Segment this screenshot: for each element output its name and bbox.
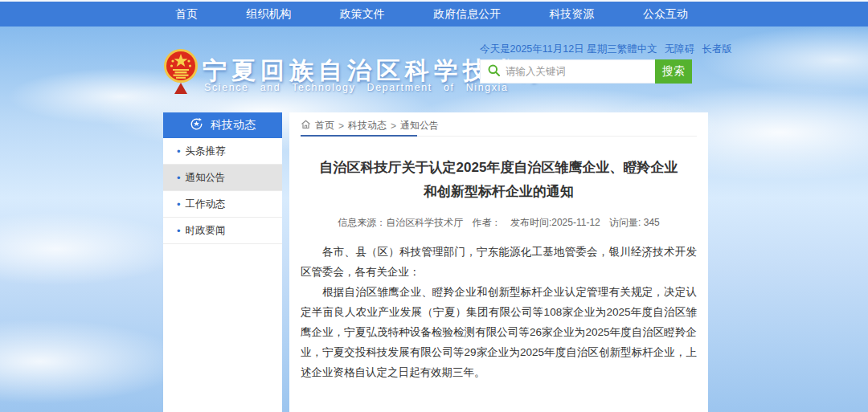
sidebar-item-notices[interactable]: • 通知公告	[163, 165, 282, 191]
sidebar-item-label: 工作动态	[186, 198, 226, 211]
breadcrumb: 首页 > 科技动态 > 通知公告	[301, 112, 697, 132]
sidebar-item-work-updates[interactable]: • 工作动态	[163, 191, 282, 218]
meta-views: 访问量: 345	[609, 217, 660, 228]
top-nav-items: 首页 组织机构 政策文件 政府信息公开 科技资源 公众互动	[170, 2, 693, 27]
sidebar-item-headline-recommend[interactable]: • 头条推荐	[163, 138, 282, 165]
search-button[interactable]: 搜索	[655, 59, 692, 84]
breadcrumb-divider	[301, 135, 697, 137]
header-utility-row: 今天是2025年11月12日 星期三 繁體中文 无障碍 长者版	[480, 43, 702, 56]
meta-source: 信息来源：自治区科学技术厅	[338, 217, 463, 228]
article-body: 各市、县（区）科技管理部门，宁东能源化工基地管委会，银川经济技术开发区管委会，各…	[301, 242, 697, 382]
link-elder-version[interactable]: 长者版	[702, 43, 732, 56]
nav-item-policy-documents[interactable]: 政策文件	[335, 7, 390, 22]
article-title-line2: 和创新型标杆企业的通知	[301, 180, 697, 204]
article-title: 自治区科技厅关于认定2025年度自治区雏鹰企业、瞪羚企业 和创新型标杆企业的通知	[301, 156, 697, 204]
home-icon	[301, 120, 311, 132]
article-title-line1: 自治区科技厅关于认定2025年度自治区雏鹰企业、瞪羚企业	[301, 156, 697, 180]
site-subtitle: Science and Technology Department of Nin…	[204, 82, 509, 93]
nav-item-organization[interactable]: 组织机构	[241, 7, 296, 22]
breadcrumb-separator: >	[391, 120, 396, 132]
link-accessibility[interactable]: 无障碍	[665, 43, 695, 56]
article-paragraph: 各市、县（区）科技管理部门，宁东能源化工基地管委会，银川经济技术开发区管委会，各…	[301, 242, 697, 282]
article-paragraph: 根据自治区雏鹰企业、瞪羚企业和创新型标杆企业认定管理有关规定，决定认定半亩良人农…	[301, 282, 697, 382]
breadcrumb-notices[interactable]: 通知公告	[400, 119, 439, 133]
meta-author: 作者：	[473, 217, 502, 228]
bullet-icon: •	[177, 146, 181, 157]
sidebar-title: 科技动态	[211, 118, 256, 133]
top-nav-bar: 首页 组织机构 政策文件 政府信息公开 科技资源 公众互动	[0, 2, 868, 27]
nav-item-sci-tech-resources[interactable]: 科技资源	[545, 7, 600, 22]
nav-item-home[interactable]: 首页	[170, 7, 203, 22]
search-bar: 搜索	[480, 59, 692, 84]
bullet-icon: •	[177, 226, 181, 236]
search-input[interactable]	[506, 60, 655, 83]
bullet-icon: •	[177, 173, 181, 183]
content-panel: 首页 > 科技动态 > 通知公告 自治区科技厅关于认定2025年度自治区雏鹰企业…	[289, 112, 708, 412]
meta-publish-date: 发布时间:2025-11-12	[510, 217, 600, 228]
national-emblem-logo	[164, 47, 198, 96]
sci-tech-news-icon	[190, 117, 203, 133]
sidebar-item-label: 时政要闻	[186, 224, 226, 238]
nav-item-gov-info-disclosure[interactable]: 政府信息公开	[428, 7, 506, 22]
sidebar-item-label: 通知公告	[186, 171, 226, 185]
sidebar-item-political-news[interactable]: • 时政要闻	[163, 218, 282, 244]
sidebar: 科技动态 • 头条推荐 • 通知公告 • 工作动态 • 时政要闻	[163, 112, 282, 412]
article-meta: 信息来源：自治区科学技术厅 作者： 发布时间:2025-11-12 访问量: 3…	[301, 216, 697, 230]
breadcrumb-sci-tech-news[interactable]: 科技动态	[348, 119, 387, 133]
nav-item-public-interaction[interactable]: 公众互动	[638, 7, 693, 22]
search-icon	[488, 64, 500, 80]
breadcrumb-separator: >	[338, 120, 344, 132]
link-traditional-chinese[interactable]: 繁體中文	[617, 43, 657, 56]
top-strip	[0, 0, 868, 2]
sidebar-header: 科技动态	[163, 112, 282, 138]
bullet-icon: •	[177, 199, 181, 210]
sidebar-item-label: 头条推荐	[186, 145, 226, 158]
breadcrumb-home[interactable]: 首页	[315, 119, 334, 133]
current-date-text: 今天是2025年11月12日 星期三	[480, 43, 617, 56]
